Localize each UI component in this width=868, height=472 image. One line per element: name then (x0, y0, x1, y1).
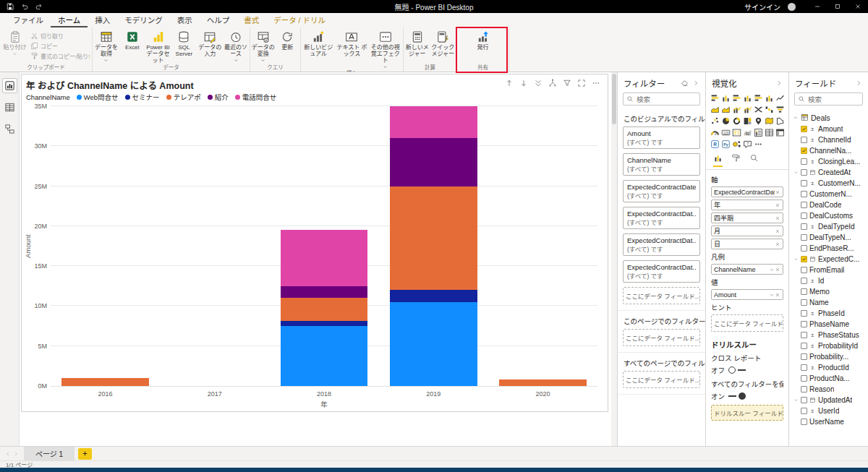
field-checkbox[interactable] (801, 332, 807, 338)
filter-card[interactable]: Amount(すべて) です (623, 126, 700, 149)
filter-dropzone[interactable]: ここにデータ フィールド... (623, 287, 700, 304)
filters-search-input[interactable] (637, 95, 697, 103)
visual-type-table[interactable] (764, 127, 775, 138)
visual-type-line[interactable] (775, 93, 786, 103)
visual-type-area[interactable] (710, 104, 720, 115)
field-item[interactable]: EndPhaseR... (791, 243, 866, 254)
bar-segment[interactable] (390, 290, 477, 302)
visual-type-stacked-bar[interactable] (710, 93, 720, 103)
bar-segment[interactable] (281, 298, 368, 321)
drill-mode-button[interactable] (548, 79, 557, 89)
visual-type-stacked-area[interactable] (720, 104, 731, 115)
data-view-nav[interactable] (2, 100, 17, 115)
legend-item[interactable]: テレアポ (166, 92, 201, 102)
visual-type-key-influencers[interactable] (731, 139, 742, 150)
ribbon-tab-modeling[interactable]: モデリング (117, 13, 170, 27)
field-checkbox[interactable] (801, 180, 807, 186)
save-button[interactable] (4, 1, 16, 12)
ribbon-tab-data-drill[interactable]: データ / ドリル (266, 13, 333, 27)
field-well-chip[interactable]: 年 (711, 199, 783, 210)
publish-button[interactable]: 発行 (458, 28, 508, 64)
field-item[interactable]: UpdatedAt (791, 395, 866, 406)
field-well-chip[interactable]: ChannelName (711, 264, 783, 275)
drill-up-button[interactable] (505, 79, 514, 89)
field-item[interactable]: DealCode (791, 199, 866, 210)
field-checkbox[interactable] (801, 397, 807, 403)
bar-segment[interactable] (281, 230, 368, 286)
field-checkbox[interactable] (801, 375, 807, 382)
visual-type-python[interactable]: Py (720, 139, 731, 150)
more-options-button[interactable] (592, 79, 600, 89)
table-deals[interactable]: Deals (791, 111, 866, 124)
bar-segment[interactable] (281, 321, 368, 326)
ribbon-tab-help[interactable]: ヘルプ (200, 13, 237, 27)
field-well-chip[interactable]: Amount (711, 289, 783, 300)
copy-button[interactable]: コピー (30, 42, 90, 50)
field-well-chip[interactable]: 日 (711, 239, 783, 249)
filter-dropzone[interactable]: ここにデータ フィールド... (623, 329, 700, 346)
field-checkbox[interactable] (801, 137, 807, 143)
new-page-button[interactable] (78, 448, 92, 460)
close-x-icon[interactable] (775, 189, 780, 195)
legend-item[interactable]: Web問合せ (77, 92, 119, 102)
visual-type-treemap[interactable] (742, 116, 753, 126)
field-dropzone[interactable]: ここにデータ フィールド... (711, 314, 783, 332)
visual-type-kpi[interactable]: 42 (742, 127, 753, 138)
filter-card[interactable]: ExpectedContractDat...(すべて) です (623, 207, 700, 229)
field-item[interactable]: ΣProductId (791, 362, 866, 373)
field-item[interactable]: Probability... (791, 351, 866, 362)
field-item[interactable]: ΣProbabilityId (791, 340, 866, 351)
bar-segment[interactable] (390, 138, 477, 186)
field-item[interactable]: ΣUserId (791, 406, 866, 416)
field-checkbox[interactable] (801, 299, 807, 306)
visual-type-slicer[interactable] (753, 127, 764, 138)
visual-type-line-stacked-column[interactable] (731, 104, 742, 115)
chevron-right-icon[interactable] (692, 80, 699, 87)
legend-item[interactable]: 紹介 (208, 92, 229, 102)
chevron-down-icon[interactable] (769, 267, 775, 273)
keep-filters-toggle[interactable] (728, 392, 747, 400)
field-checkbox[interactable] (801, 364, 807, 371)
visual-type-r-script[interactable]: R (710, 139, 720, 150)
ribbon-tab-home[interactable]: ホーム (51, 13, 88, 27)
visual-filters-button[interactable] (563, 79, 571, 89)
canvas-scrollbar[interactable] (611, 72, 617, 446)
visual-type-waterfall[interactable] (764, 104, 775, 115)
visual-type-gauge[interactable] (710, 127, 720, 138)
field-item[interactable]: DealTypeN... (791, 232, 866, 243)
visual-type-card[interactable]: 123 (720, 127, 731, 138)
cut-button[interactable]: 切り取り (30, 32, 90, 40)
chevron-right-icon[interactable] (775, 80, 783, 87)
field-checkbox[interactable] (801, 267, 807, 273)
chevron-up-icon[interactable] (793, 115, 799, 121)
field-item[interactable]: ΣDealTypeId (791, 221, 866, 232)
ribbon-tab-view[interactable]: 表示 (170, 13, 200, 27)
excel-button[interactable]: Excel (119, 28, 145, 64)
filter-card[interactable]: ExpectedContractDate...(すべて) です (623, 180, 700, 202)
field-well-chip[interactable]: 月 (711, 226, 783, 236)
visual-type-donut[interactable] (731, 116, 742, 126)
field-item[interactable]: Memo (791, 286, 866, 297)
filter-card[interactable]: ExpectedContractDat...(すべて) です (623, 260, 700, 283)
chevron-down-icon[interactable] (769, 292, 775, 298)
field-checkbox[interactable] (801, 223, 807, 230)
field-checkbox[interactable] (801, 191, 807, 197)
visual-type-multi-row-card[interactable] (731, 127, 742, 138)
field-checkbox[interactable] (801, 343, 807, 349)
visual-type-matrix[interactable] (775, 127, 786, 138)
visual-type-clustered-column[interactable] (742, 93, 753, 103)
chevron-right-icon[interactable] (13, 451, 19, 457)
visual-type-100-stacked-bar[interactable] (753, 93, 764, 103)
field-checkbox[interactable] (801, 288, 807, 295)
drill-down-button[interactable] (519, 79, 528, 89)
eraser-icon[interactable] (681, 80, 689, 87)
pbi-datasets-button[interactable]: Power BI データセット (145, 28, 171, 64)
bar-segment[interactable] (390, 302, 477, 386)
field-item[interactable]: ΣCustomerN... (791, 178, 866, 189)
close-x-icon[interactable] (775, 292, 780, 298)
field-checkbox[interactable] (801, 169, 807, 176)
page-tab[interactable]: ページ 1 (24, 447, 75, 461)
report-view-nav[interactable] (2, 78, 17, 93)
model-view-nav[interactable] (2, 121, 17, 137)
field-checkbox[interactable] (801, 245, 807, 252)
